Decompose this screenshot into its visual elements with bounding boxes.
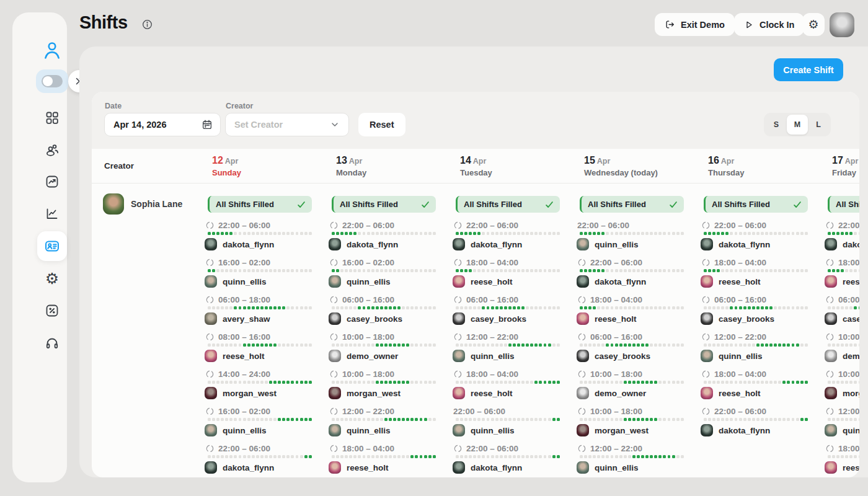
hour-dot <box>615 418 618 421</box>
shift-item[interactable]: 12:00 – 22:00 quinn_ellis <box>825 407 859 438</box>
shift-item[interactable]: 22:00 – 06:00 quinn_ellis <box>453 407 563 438</box>
info-icon[interactable] <box>141 19 153 30</box>
sidebar-item-rates[interactable] <box>37 296 67 326</box>
shift-item[interactable]: 18:00 – 04:00 reese_holt <box>329 444 439 475</box>
shift-time-range: 22:00 – 06:00 <box>714 221 766 230</box>
shift-item[interactable]: 12:00 – 22:00 quinn_ellis <box>701 332 811 363</box>
size-large-button[interactable]: L <box>808 115 829 135</box>
shift-item[interactable]: 16:00 – 02:00 quinn_ellis <box>205 258 315 289</box>
date-input[interactable]: Apr 14, 2026 <box>104 113 221 136</box>
headphones-icon <box>45 335 60 350</box>
shift-item[interactable]: 06:00 – 16:00 casey_brooks <box>577 332 687 363</box>
hour-dot <box>637 343 640 347</box>
hour-dot <box>482 418 485 421</box>
sidebar-item-support[interactable] <box>37 328 67 358</box>
exit-demo-button[interactable]: Exit Demo <box>655 13 735 36</box>
hour-dot <box>269 269 272 272</box>
clock-icon <box>453 370 463 379</box>
sidebar-item-settings[interactable]: ⚙ <box>37 264 67 293</box>
hour-dot <box>672 455 675 458</box>
shift-item[interactable]: 06:00 – 16:00 casey_brooks <box>701 295 811 326</box>
shift-username: dakota_flynn <box>471 240 522 249</box>
shift-item[interactable]: 22:00 – 06:00 dakota_flynn <box>453 221 563 252</box>
hour-dot <box>273 381 277 384</box>
shift-item[interactable]: 18:00 – 04:00 reese_holt <box>825 444 859 475</box>
size-medium-button[interactable]: M <box>787 115 808 135</box>
shift-item[interactable]: 16:00 – 02:00 quinn_ellis <box>329 258 439 289</box>
day-column-cell: All Shifts Filled 22:00 – 06:00 dakota_f… <box>205 184 315 477</box>
size-small-button[interactable]: S <box>766 115 787 135</box>
shift-item[interactable]: 10:00 – 18:00 morgan_west <box>329 370 439 401</box>
shift-item[interactable]: 14:00 – 24:00 morgan_west <box>205 370 315 401</box>
shift-item[interactable]: 08:00 – 16:00 reese_holt <box>205 332 315 363</box>
collapse-toggle[interactable] <box>36 69 68 93</box>
hour-dot <box>456 269 459 272</box>
shift-item[interactable]: 22:00 – 06:00 dakota_flynn <box>205 444 315 475</box>
header-settings-button[interactable]: ⚙ <box>802 13 825 36</box>
hour-dot <box>397 232 401 235</box>
sidebar-item-team[interactable] <box>37 135 67 165</box>
sidebar-item-analytics[interactable] <box>37 199 67 229</box>
shift-item[interactable]: 22:00 – 06:00 dakota_flynn <box>577 258 687 289</box>
creator-select[interactable]: Set Creator <box>225 113 349 136</box>
shift-item[interactable]: 16:00 – 02:00 quinn_ellis <box>205 407 315 438</box>
sidebar-item-dashboard[interactable] <box>37 103 67 133</box>
hour-dot <box>229 269 232 272</box>
hour-dot <box>580 306 583 309</box>
table-body: Sophia Lane All Shifts Filled 22:00 – 06… <box>92 184 859 477</box>
shift-item[interactable]: 06:00 – 16:00 casey_brooks <box>329 295 439 326</box>
shift-item[interactable]: 10:00 – 18:00 morgan_west <box>825 370 859 401</box>
hour-dot <box>234 269 237 272</box>
shift-item[interactable]: 18:00 – 04:00 reese_holt <box>453 370 563 401</box>
shift-item[interactable]: 22:00 – 06:00 quinn_ellis <box>577 221 687 252</box>
hour-dot <box>282 269 285 272</box>
user-avatar[interactable] <box>830 12 854 37</box>
shift-item[interactable]: 10:00 – 18:00 demo_owner <box>329 332 439 363</box>
hour-dot <box>730 343 733 347</box>
hour-dot <box>229 232 232 235</box>
shift-item[interactable]: 18:00 – 04:00 reese_holt <box>701 370 811 401</box>
shift-username: reese_holt <box>347 463 389 472</box>
hour-dot <box>544 343 547 347</box>
shift-item[interactable]: 10:00 – 18:00 morgan_west <box>577 407 687 438</box>
shift-item[interactable]: 18:00 – 04:00 reese_holt <box>701 258 811 289</box>
create-shift-button[interactable]: Create Shift <box>774 58 843 81</box>
clock-in-button[interactable]: Clock In <box>734 13 804 36</box>
shift-item[interactable]: 22:00 – 06:00 dakota_flynn <box>329 221 439 252</box>
hour-dot <box>428 455 432 458</box>
shift-item[interactable]: 06:00 – 16:00 casey_brooks <box>825 295 859 326</box>
shift-item[interactable]: 18:00 – 04:00 reese_holt <box>825 258 859 289</box>
hour-dot <box>676 418 680 421</box>
shift-item[interactable]: 22:00 – 06:00 dakota_flynn <box>701 221 811 252</box>
hour-dot <box>601 343 604 347</box>
shift-item[interactable]: 22:00 – 06:00 dakota_flynn <box>701 407 811 438</box>
shift-item[interactable]: 22:00 – 06:00 dakota_flynn <box>825 221 859 252</box>
hour-dot <box>410 343 414 347</box>
hour-dot <box>216 343 219 347</box>
hour-dot <box>265 269 268 272</box>
hour-dot <box>672 381 675 384</box>
shift-item[interactable]: 12:00 – 22:00 quinn_ellis <box>453 332 563 363</box>
hour-dot <box>800 381 804 384</box>
shift-item[interactable]: 22:00 – 06:00 dakota_flynn <box>453 444 563 475</box>
shift-item[interactable]: 06:00 – 16:00 casey_brooks <box>453 295 563 326</box>
reset-button[interactable]: Reset <box>358 113 405 136</box>
shift-item[interactable]: 18:00 – 04:00 reese_holt <box>577 295 687 326</box>
hour-dot <box>769 418 773 421</box>
shift-item[interactable]: 12:00 – 22:00 quinn_ellis <box>577 444 687 475</box>
shift-item[interactable]: 06:00 – 18:00 avery_shaw <box>205 295 315 326</box>
shift-item[interactable]: 10:00 – 18:00 demo_owner <box>577 370 687 401</box>
hour-dot <box>721 306 724 309</box>
hour-dot <box>300 306 303 309</box>
sidebar-item-activity[interactable] <box>37 167 67 197</box>
shift-item[interactable]: 22:00 – 06:00 dakota_flynn <box>205 221 315 252</box>
hour-dot <box>761 418 764 421</box>
shift-item[interactable]: 18:00 – 04:00 reese_holt <box>453 258 563 289</box>
shift-item[interactable]: 10:00 – 18:00 demo_owner <box>825 332 859 363</box>
hour-dot <box>345 455 348 458</box>
shift-item[interactable]: 12:00 – 22:00 quinn_ellis <box>329 407 439 438</box>
hour-dot <box>730 306 733 309</box>
sidebar-item-shifts[interactable] <box>37 231 67 261</box>
creator-row[interactable]: Sophia Lane <box>103 193 182 215</box>
hour-dot <box>593 343 596 347</box>
